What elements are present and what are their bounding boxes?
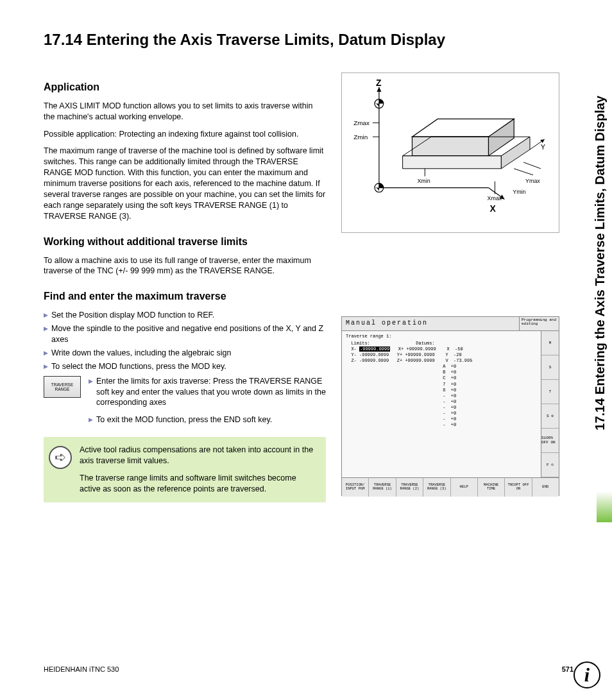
heading-find: Find and enter the maximum traverse bbox=[44, 291, 326, 302]
bullet-item: Set the Position display MOD function to… bbox=[44, 310, 326, 321]
svg-text:Xmax: Xmax bbox=[488, 195, 502, 201]
svg-text:X: X bbox=[490, 203, 497, 214]
screen-softkey: TRAVERSE RANGE (1) bbox=[369, 478, 396, 497]
para-app-3: The maximum range of traverse of the mac… bbox=[44, 146, 326, 221]
screen-mode: Programming and editing bbox=[519, 317, 559, 330]
screen-main: Traverse range 1: Limits: Datums: X- -99… bbox=[342, 331, 541, 477]
side-tab: 17.14 Entering the Axis Traverse Limits,… bbox=[588, 19, 612, 507]
softkey-traverse-range: TRAVERSE RANGE bbox=[44, 376, 81, 398]
softkey-label-2: RANGE bbox=[44, 387, 80, 391]
svg-text:Zmin: Zmin bbox=[353, 133, 368, 141]
softkey-steps-list: Enter the limits for axis traverse: Pres… bbox=[89, 376, 326, 426]
side-btn: S bbox=[541, 355, 559, 380]
note-para-1: Active tool radius compensations are not… bbox=[80, 445, 317, 466]
side-tab-text: 17.14 Entering the Axis Traverse Limits,… bbox=[593, 96, 608, 431]
svg-text:Xmin: Xmin bbox=[417, 177, 430, 184]
side-btn: S100% OFF ON bbox=[541, 429, 559, 453]
info-icon: i bbox=[574, 662, 600, 688]
para-app-1: The AXIS LIMIT MOD function allows you t… bbox=[44, 101, 326, 123]
svg-text:Ymax: Ymax bbox=[525, 177, 540, 184]
svg-text:Ymin: Ymin bbox=[513, 189, 525, 195]
screen-softkey: END bbox=[532, 478, 559, 497]
page-title: 17.14 Entering the Axis Traverse Limits,… bbox=[44, 31, 574, 49]
tnc-screenshot: Manual operation Programming and editing… bbox=[341, 316, 559, 496]
right-column: Z X Zmax Zmin bbox=[341, 67, 559, 502]
side-btn: M bbox=[541, 331, 559, 355]
svg-text:Y: Y bbox=[541, 143, 546, 151]
svg-text:Z: Z bbox=[376, 78, 382, 88]
screen-header: Traverse range 1: bbox=[346, 334, 537, 339]
screen-softkey: TNCOPT OFF ON bbox=[505, 478, 532, 497]
bullet-item: Move the spindle to the positive and neg… bbox=[44, 323, 326, 345]
bullet-item: To exit the MOD function, press the END … bbox=[89, 414, 326, 425]
svg-text:Zmax: Zmax bbox=[353, 119, 370, 126]
svg-line-25 bbox=[514, 169, 533, 175]
note-para-2: The traverse range limits and software l… bbox=[80, 473, 317, 495]
side-btn: S ⊕ bbox=[541, 404, 559, 429]
bullet-item: To select the MOD functions, press the M… bbox=[44, 361, 326, 372]
para-working: To allow a machine axis to use its full … bbox=[44, 255, 326, 277]
footer-page-number: 571 bbox=[562, 665, 574, 673]
screen-title: Manual operation bbox=[342, 317, 519, 330]
screen-side-buttons: M S T S ⊕ S100% OFF ON F ⊖ bbox=[541, 331, 559, 477]
side-btn: T bbox=[541, 380, 559, 404]
heading-application: Application bbox=[44, 81, 326, 93]
screen-softkey: POSITION/ INPUT PGM bbox=[342, 478, 369, 497]
para-app-2: Possible application: Protecting an inde… bbox=[44, 129, 326, 140]
screen-softkey: TRAVERSE RANGE (3) bbox=[423, 478, 450, 497]
bullet-item: Write down the values, including the alg… bbox=[44, 348, 326, 359]
note-box: ➪ Active tool radius compensations are n… bbox=[44, 437, 326, 502]
svg-marker-15 bbox=[403, 156, 502, 169]
note-arrow-icon: ➪ bbox=[49, 446, 72, 469]
footer-product: HEIDENHAIN iTNC 530 bbox=[44, 665, 119, 673]
screen-softkey: HELP bbox=[451, 478, 478, 497]
left-column: Application The AXIS LIMIT MOD function … bbox=[44, 67, 326, 502]
bullet-list: Set the Position display MOD function to… bbox=[44, 310, 326, 371]
softkey-row: TRAVERSE RANGE Enter the limits for axis… bbox=[44, 376, 326, 429]
side-btn: F ⊖ bbox=[541, 453, 559, 477]
bullet-item: Enter the limits for axis traverse: Pres… bbox=[89, 376, 326, 409]
softkey-label-1: TRAVERSE bbox=[44, 382, 80, 387]
svg-line-26 bbox=[523, 162, 541, 169]
svg-marker-12 bbox=[412, 137, 488, 156]
side-accent bbox=[597, 491, 612, 522]
screen-softkey: TRAVERSE RANGE (2) bbox=[396, 478, 423, 497]
axis-diagram: Z X Zmax Zmin bbox=[341, 73, 559, 233]
page-footer: HEIDENHAIN iTNC 530 571 bbox=[44, 665, 574, 673]
screen-softkey-row: POSITION/ INPUT PGM TRAVERSE RANGE (1) T… bbox=[342, 477, 559, 497]
screen-softkey: MACHINE TIME bbox=[478, 478, 505, 497]
heading-working: Working without additional traverse limi… bbox=[44, 236, 326, 248]
